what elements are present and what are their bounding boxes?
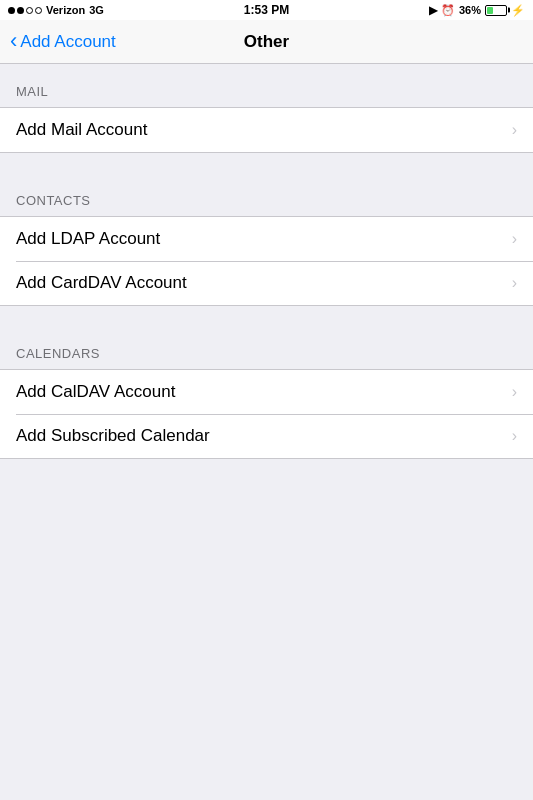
list-item-add-carddav-account[interactable]: Add CardDAV Account › xyxy=(0,261,533,305)
charging-icon: ⚡ xyxy=(511,4,525,17)
add-carddav-account-label: Add CardDAV Account xyxy=(16,273,187,293)
section-body-calendars: Add CalDAV Account › Add Subscribed Cale… xyxy=(0,369,533,459)
spacer-1 xyxy=(0,153,533,173)
nav-title: Other xyxy=(244,32,289,52)
chevron-right-icon-subscribed: › xyxy=(512,427,517,445)
section-body-contacts: Add LDAP Account › Add CardDAV Account › xyxy=(0,216,533,306)
back-chevron-icon: ‹ xyxy=(10,30,17,52)
signal-dot-4 xyxy=(35,7,42,14)
status-left: Verizon 3G xyxy=(8,4,104,16)
status-bar: Verizon 3G 1:53 PM ▶ ⏰ 36% ⚡ xyxy=(0,0,533,20)
add-ldap-account-label: Add LDAP Account xyxy=(16,229,160,249)
signal-dot-3 xyxy=(26,7,33,14)
signal-dot-2 xyxy=(17,7,24,14)
section-header-contacts: CONTACTS xyxy=(0,173,533,216)
spacer-2 xyxy=(0,306,533,326)
battery-percent: 36% xyxy=(459,4,481,16)
section-header-mail: MAIL xyxy=(0,64,533,107)
network-label: 3G xyxy=(89,4,104,16)
nav-bar: ‹ Add Account Other xyxy=(0,20,533,64)
add-caldav-account-label: Add CalDAV Account xyxy=(16,382,175,402)
status-right: ▶ ⏰ 36% ⚡ xyxy=(429,4,525,17)
add-subscribed-calendar-label: Add Subscribed Calendar xyxy=(16,426,210,446)
list-item-add-ldap-account[interactable]: Add LDAP Account › xyxy=(0,217,533,261)
list-item-add-caldav-account[interactable]: Add CalDAV Account › xyxy=(0,370,533,414)
add-mail-account-label: Add Mail Account xyxy=(16,120,147,140)
section-mail: MAIL Add Mail Account › xyxy=(0,64,533,153)
battery-body xyxy=(485,5,507,16)
chevron-right-icon: › xyxy=(512,121,517,139)
chevron-right-icon-carddav: › xyxy=(512,274,517,292)
carrier-label: Verizon xyxy=(46,4,85,16)
list-item-add-mail-account[interactable]: Add Mail Account › xyxy=(0,108,533,152)
section-header-calendars: CALENDARS xyxy=(0,326,533,369)
chevron-right-icon-caldav: › xyxy=(512,383,517,401)
signal-dots xyxy=(8,7,42,14)
content: MAIL Add Mail Account › CONTACTS Add LDA… xyxy=(0,64,533,459)
battery-icon xyxy=(485,5,507,16)
section-body-mail: Add Mail Account › xyxy=(0,107,533,153)
section-calendars: CALENDARS Add CalDAV Account › Add Subsc… xyxy=(0,326,533,459)
section-contacts: CONTACTS Add LDAP Account › Add CardDAV … xyxy=(0,173,533,306)
alarm-icon: ⏰ xyxy=(441,4,455,17)
chevron-right-icon-ldap: › xyxy=(512,230,517,248)
status-time: 1:53 PM xyxy=(244,3,289,17)
back-button-label: Add Account xyxy=(20,32,115,52)
back-button[interactable]: ‹ Add Account xyxy=(10,31,116,52)
list-item-add-subscribed-calendar[interactable]: Add Subscribed Calendar › xyxy=(0,414,533,458)
location-icon: ▶ xyxy=(429,4,437,17)
battery-fill xyxy=(487,7,493,14)
signal-dot-1 xyxy=(8,7,15,14)
